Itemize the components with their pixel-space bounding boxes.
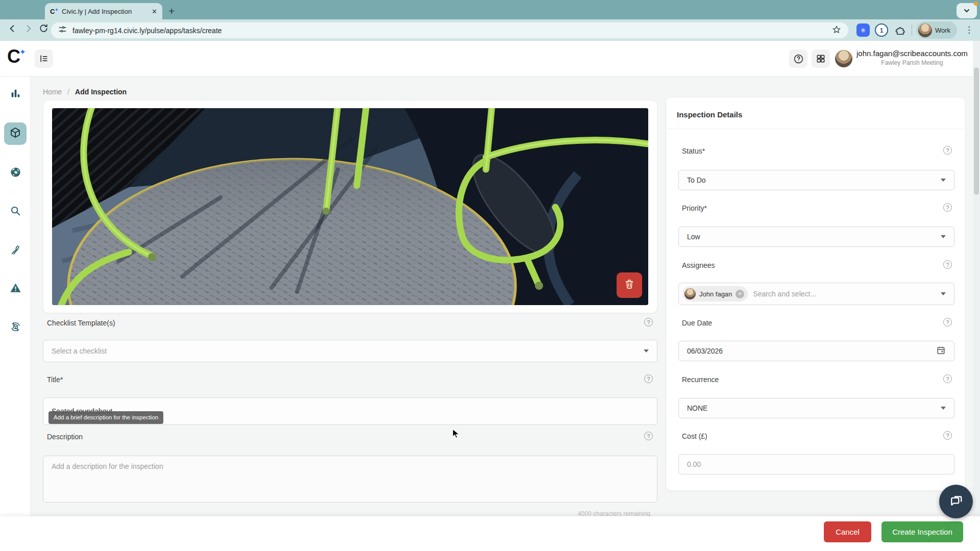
question-help-icon[interactable]: ?: [943, 203, 952, 212]
trash-icon: [623, 278, 635, 292]
url-bar[interactable]: fawley-pm-rg14.civic.ly/pulse/apps/tasks…: [51, 22, 848, 38]
star-icon[interactable]: [832, 25, 841, 36]
sidebar-item-tools[interactable]: [4, 239, 27, 262]
inspection-photo: [52, 108, 648, 305]
status-label: Status*: [682, 147, 705, 155]
priority-select[interactable]: Low: [678, 227, 954, 247]
assignee-avatar: [684, 288, 696, 299]
apps-grid-icon[interactable]: [812, 49, 830, 68]
cost-field-wrap: [678, 454, 954, 474]
browser-profile[interactable]: Work: [916, 21, 957, 39]
chevron-down-icon: [644, 349, 649, 353]
globe-icon: [10, 166, 21, 180]
chevron-down-icon: [941, 235, 946, 238]
assignees-label: Assignees: [682, 261, 715, 269]
chevron-down-icon: [941, 407, 946, 410]
breadcrumb-home[interactable]: Home: [43, 88, 62, 96]
site-info-icon[interactable]: [58, 25, 67, 36]
bar-chart-icon: [10, 88, 21, 102]
description-label: Description: [47, 433, 83, 441]
cancel-button[interactable]: Cancel: [824, 521, 871, 542]
help-icon[interactable]: [789, 49, 807, 68]
checklist-select[interactable]: Select a checklist: [43, 340, 657, 362]
checklist-label: Checklist Template(s): [47, 319, 115, 327]
recurrence-select[interactable]: NONE: [678, 398, 954, 418]
plus-icon[interactable]: +: [168, 5, 175, 17]
onepassword-icon[interactable]: 1: [875, 23, 888, 37]
sidebar-item-dashboard[interactable]: [4, 84, 27, 106]
calendar-icon[interactable]: [936, 345, 946, 357]
sidebar-item-assets[interactable]: [4, 122, 27, 145]
tab-favicon-civicly: C✦: [50, 8, 58, 15]
assignees-field[interactable]: John fagan ✕ Search and select...: [678, 283, 954, 305]
toolbar-divider: [912, 24, 912, 36]
mouse-cursor: [452, 429, 461, 441]
menu-icon[interactable]: [35, 49, 53, 68]
user-email: john.fagan@scribeaccounts.com: [856, 49, 968, 58]
priority-label: Priority*: [682, 204, 707, 212]
update-dot: [974, 2, 978, 6]
due-date-field[interactable]: 06/03/2026: [678, 341, 954, 361]
asset-sync-icon: [10, 321, 21, 335]
question-help-icon[interactable]: ?: [644, 374, 653, 383]
title-tooltip: Add a brief description for the inspecti…: [48, 411, 163, 424]
due-date-label: Due Date: [682, 319, 712, 327]
remove-assignee-icon[interactable]: ✕: [736, 290, 744, 298]
user-avatar[interactable]: [835, 50, 852, 67]
sidebar-item-map[interactable]: [4, 162, 27, 184]
extension-icon[interactable]: ✳: [856, 23, 870, 37]
sidebar-item-search[interactable]: [4, 201, 27, 223]
warning-icon: [10, 282, 21, 296]
due-date-value: 06/03/2026: [687, 347, 723, 355]
sidebar-item-issues[interactable]: [4, 278, 27, 300]
user-identity: john.fagan@scribeaccounts.com Fawley Par…: [856, 49, 968, 66]
chevron-down-icon[interactable]: [957, 3, 977, 18]
tab-title: Civic.ly | Add Inspection: [62, 8, 148, 15]
cost-label: Cost (£): [682, 432, 707, 440]
panel-divider: [666, 129, 966, 129]
back-icon[interactable]: [7, 23, 17, 36]
chat-launcher[interactable]: [939, 485, 973, 518]
close-icon[interactable]: ✕: [152, 8, 157, 15]
assignee-chip[interactable]: John fagan ✕: [682, 286, 748, 302]
assignees-placeholder: Search and select...: [753, 290, 816, 298]
breadcrumb: Home / Add Inspection: [43, 88, 127, 96]
description-textarea[interactable]: [43, 456, 657, 503]
profile-label: Work: [935, 27, 950, 34]
forward-icon[interactable]: [23, 23, 34, 36]
sidebar-item-asset-sync[interactable]: [4, 316, 27, 339]
more-icon[interactable]: ⋮: [965, 24, 973, 35]
checklist-select-placeholder: Select a checklist: [52, 347, 107, 355]
cost-input[interactable]: [678, 454, 954, 474]
chevron-down-icon: [941, 292, 946, 295]
url-text[interactable]: fawley-pm-rg14.civic.ly/pulse/apps/tasks…: [72, 27, 826, 35]
chat-icon: [948, 493, 964, 510]
question-help-icon[interactable]: ?: [943, 146, 952, 155]
delete-photo-button[interactable]: [617, 272, 642, 298]
puzzle-icon[interactable]: [894, 23, 908, 37]
question-help-icon[interactable]: ?: [644, 318, 653, 327]
civicly-logo: C✦: [7, 47, 27, 66]
question-help-icon[interactable]: ?: [943, 260, 952, 269]
priority-value: Low: [687, 233, 700, 241]
assets-cube-icon: [9, 127, 21, 141]
search-icon: [10, 205, 21, 218]
create-inspection-button[interactable]: Create Inspection: [881, 521, 963, 542]
question-help-icon[interactable]: ?: [943, 318, 952, 327]
status-value: To Do: [687, 176, 706, 184]
question-help-icon[interactable]: ?: [943, 374, 952, 383]
title-label: Title*: [47, 375, 63, 384]
recurrence-label: Recurrence: [682, 375, 719, 384]
chevron-down-icon: [941, 179, 946, 182]
question-help-icon[interactable]: ?: [943, 431, 952, 440]
scrollbar-thumb[interactable]: [974, 67, 979, 195]
recurrence-value: NONE: [687, 404, 707, 412]
question-help-icon[interactable]: ?: [644, 432, 653, 440]
browser-tab[interactable]: C✦ Civic.ly | Add Inspection ✕: [45, 3, 162, 19]
description-field-wrap: [43, 456, 657, 503]
browser-avatar: [918, 23, 932, 37]
assignee-name: John fagan: [699, 290, 732, 298]
status-select[interactable]: To Do: [678, 170, 954, 190]
reload-icon[interactable]: [39, 23, 48, 36]
tools-icon: [10, 244, 21, 257]
